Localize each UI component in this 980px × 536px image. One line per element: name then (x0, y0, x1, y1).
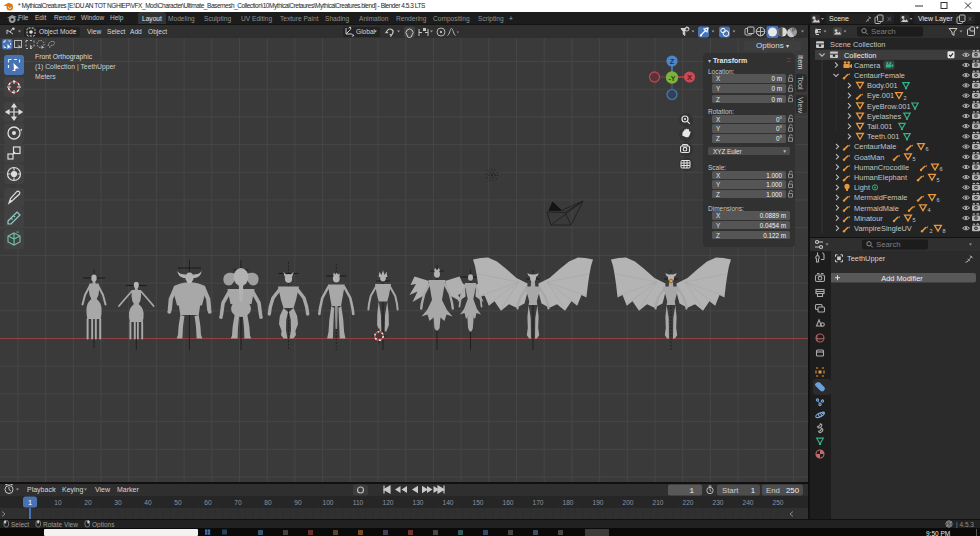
svg-text:CentaurFemale: CentaurFemale (854, 71, 905, 80)
svg-text:MermaidFemale: MermaidFemale (854, 193, 907, 202)
svg-text:10: 10 (54, 499, 62, 506)
svg-text:EyeBrow.001: EyeBrow.001 (867, 102, 911, 111)
svg-text:8: 8 (943, 228, 946, 234)
svg-text:230: 230 (712, 499, 723, 506)
svg-text:Marker: Marker (117, 486, 139, 493)
svg-text:X: X (687, 73, 692, 82)
svg-text:220: 220 (682, 499, 693, 506)
svg-text:6: 6 (937, 197, 940, 203)
svg-text:180: 180 (562, 499, 573, 506)
svg-text:Body.001: Body.001 (867, 81, 898, 90)
svg-text:1: 1 (689, 486, 694, 495)
svg-text:90: 90 (294, 499, 302, 506)
svg-text:9:50 PM: 9:50 PM (926, 530, 950, 536)
svg-text:Playback: Playback (27, 486, 56, 494)
svg-text:40: 40 (144, 499, 152, 506)
svg-text:6: 6 (926, 146, 929, 152)
svg-text:30: 30 (114, 499, 122, 506)
svg-text:Tail.001: Tail.001 (867, 122, 892, 131)
svg-text:250: 250 (772, 499, 783, 506)
svg-text:4: 4 (928, 207, 931, 213)
svg-text:Search: Search (876, 240, 901, 249)
svg-text:MermaidMale: MermaidMale (854, 204, 899, 213)
svg-text:Minatour: Minatour (854, 214, 883, 223)
svg-text:210: 210 (652, 499, 663, 506)
svg-text:5: 5 (913, 217, 916, 223)
svg-text:CentaurMale: CentaurMale (854, 142, 896, 151)
svg-text:Rotate View: Rotate View (43, 521, 78, 528)
svg-text:200: 200 (622, 499, 633, 506)
svg-text:5: 5 (937, 177, 940, 183)
svg-text:170: 170 (532, 499, 543, 506)
svg-text:130: 130 (412, 499, 423, 506)
svg-text:Light: Light (854, 183, 870, 192)
svg-text:End: End (766, 486, 780, 495)
svg-text:Add Modifier: Add Modifier (881, 274, 923, 283)
svg-text:5: 5 (913, 156, 916, 162)
svg-text:160: 160 (502, 499, 513, 506)
svg-text:GoatMan: GoatMan (854, 153, 884, 162)
svg-text:Z: Z (670, 57, 675, 66)
svg-text:HumanCrocodile: HumanCrocodile (854, 163, 909, 172)
svg-text:Scene Collection: Scene Collection (830, 40, 885, 49)
svg-text:Search: Search (871, 27, 896, 36)
svg-text:Eyelashes: Eyelashes (867, 112, 901, 121)
svg-text:50: 50 (174, 499, 182, 506)
svg-text:Teeth.001: Teeth.001 (867, 132, 899, 141)
svg-text:-Y: -Y (669, 75, 676, 82)
svg-text:Options: Options (92, 521, 115, 529)
svg-text:| 4.5.3: | 4.5.3 (956, 521, 974, 529)
svg-text:VampireSingleUV: VampireSingleUV (854, 224, 912, 233)
svg-text:Scene: Scene (829, 15, 849, 22)
svg-text:Start: Start (722, 486, 739, 495)
svg-text:1: 1 (28, 498, 32, 507)
svg-text:Keying: Keying (62, 486, 84, 494)
svg-text:60: 60 (204, 499, 212, 506)
svg-text:Select: Select (11, 521, 29, 528)
svg-text:2: 2 (930, 228, 933, 234)
svg-text:Collection: Collection (844, 51, 876, 60)
svg-text:250: 250 (786, 486, 800, 495)
svg-text:TeethUpper: TeethUpper (847, 254, 886, 263)
svg-text:HumanElephant: HumanElephant (854, 173, 907, 182)
svg-text:140: 140 (442, 499, 453, 506)
svg-text:120: 120 (382, 499, 393, 506)
svg-text:240: 240 (742, 499, 753, 506)
svg-text:80: 80 (264, 499, 272, 506)
svg-text:2: 2 (904, 95, 907, 101)
svg-text:Camera: Camera (854, 61, 881, 70)
svg-text:1: 1 (751, 486, 755, 495)
svg-text:View Layer: View Layer (918, 15, 953, 23)
svg-text:20: 20 (84, 499, 92, 506)
svg-text:100: 100 (322, 499, 333, 506)
svg-text:190: 190 (592, 499, 603, 506)
svg-text:6: 6 (940, 166, 943, 172)
svg-text:150: 150 (472, 499, 483, 506)
svg-text:70: 70 (234, 499, 242, 506)
svg-text:Eye.001: Eye.001 (867, 91, 894, 100)
svg-text:View: View (95, 486, 111, 493)
svg-text:110: 110 (353, 499, 364, 506)
